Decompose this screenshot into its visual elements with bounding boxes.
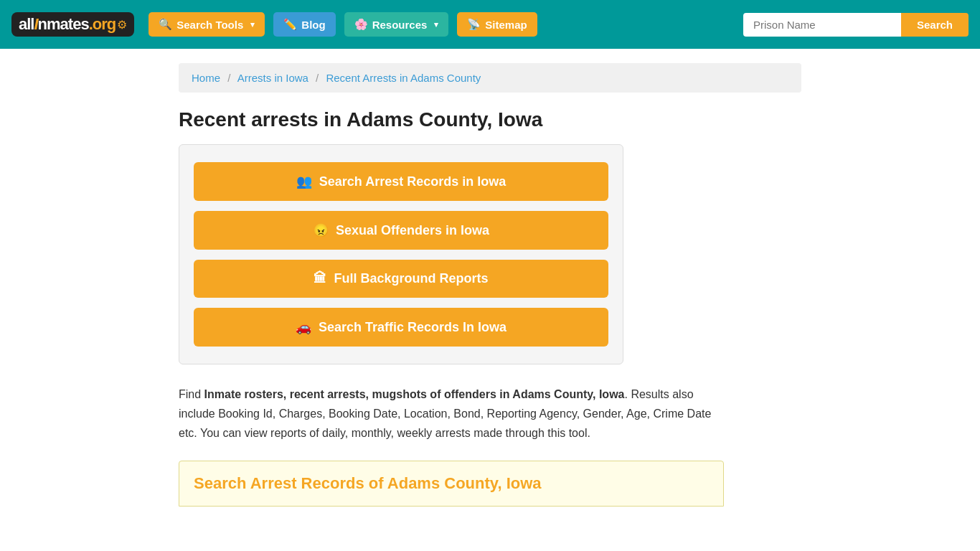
site-header: allInmates.org ⚙ Search Tools ▾ Blog Res…: [0, 0, 980, 49]
search-section-heading: Search Arrest Records of Adams County, I…: [179, 461, 724, 507]
chevron-down-icon: ▾: [250, 20, 255, 29]
bold-description: Inmate rosters, recent arrests, mugshots…: [204, 388, 625, 400]
breadcrumb: Home / Arrests in Iowa / Recent Arrests …: [179, 63, 801, 93]
breadcrumb-separator-2: /: [316, 72, 319, 84]
breadcrumb-home[interactable]: Home: [192, 72, 220, 84]
building-icon: 🏛: [314, 271, 326, 286]
search-traffic-records-button[interactable]: 🚗 Search Traffic Records In Iowa: [194, 308, 608, 347]
logo-text: allInmates.org: [19, 15, 116, 34]
header-search: Search: [743, 13, 969, 37]
chevron-down-icon: ▾: [434, 20, 438, 29]
page-description: Find Inmate rosters, recent arrests, mug…: [179, 385, 724, 443]
offender-icon: 😠: [313, 222, 329, 238]
main-content: Home / Arrests in Iowa / Recent Arrests …: [167, 49, 813, 521]
site-logo[interactable]: allInmates.org ⚙: [11, 12, 134, 37]
resources-icon: [354, 18, 368, 31]
rss-icon: [467, 18, 481, 31]
full-background-reports-button[interactable]: 🏛 Full Background Reports: [194, 260, 608, 298]
people-icon: 👥: [296, 174, 312, 189]
sitemap-button[interactable]: Sitemap: [457, 12, 537, 37]
resources-button[interactable]: Resources ▾: [344, 12, 449, 37]
breadcrumb-arrests-iowa[interactable]: Arrests in Iowa: [237, 72, 308, 84]
page-title: Recent arrests in Adams County, Iowa: [179, 108, 801, 131]
search-icon: [159, 18, 172, 31]
car-icon: 🚗: [296, 319, 311, 335]
header-search-button[interactable]: Search: [901, 13, 969, 37]
sexual-offenders-button[interactable]: 😠 Sexual Offenders in Iowa: [194, 211, 608, 250]
prison-name-input[interactable]: [743, 13, 901, 37]
search-tools-button[interactable]: Search Tools ▾: [149, 12, 265, 37]
logo-gear-icon: ⚙: [117, 18, 127, 32]
blog-icon: [283, 18, 297, 31]
blog-button[interactable]: Blog: [273, 12, 335, 37]
action-buttons-box: 👥 Search Arrest Records in Iowa 😠 Sexual…: [179, 144, 623, 364]
search-arrest-records-button[interactable]: 👥 Search Arrest Records in Iowa: [194, 162, 608, 201]
breadcrumb-separator: /: [227, 72, 230, 84]
breadcrumb-current: Recent Arrests in Adams County: [326, 72, 481, 84]
